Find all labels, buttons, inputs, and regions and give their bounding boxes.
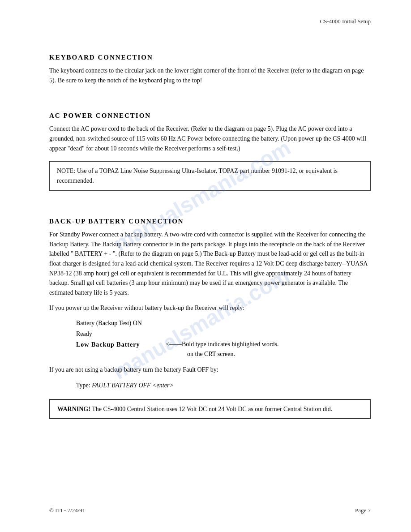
arrow-desc-line2: on the CRT screen. — [166, 349, 279, 359]
para-after-reply: If you are not using a backup battery tu… — [49, 365, 371, 375]
section-backup-battery: BACK-UP BATTERY CONNECTION For Standby P… — [49, 218, 371, 420]
reply-line-1: Battery (Backup Test) ON — [76, 318, 371, 329]
footer-right: Page 7 — [355, 507, 371, 514]
type-label: Type: — [76, 382, 92, 389]
type-command: FAULT BATTERY OFF <enter> — [92, 382, 174, 389]
arrow-desc-line1: <——Bold type indicates highlighted words… — [166, 339, 279, 349]
backup-para-2: If you power up the Receiver without bat… — [49, 303, 371, 313]
arrow-symbol: <—— — [166, 341, 182, 348]
keyboard-para: The keyboard connects to the circular ja… — [49, 66, 371, 85]
footer-left: © ITI - 7/24/91 — [49, 507, 85, 514]
reply-line-3: Low Backup Battery — [76, 339, 152, 350]
ac-power-para: Connect the AC power cord to the back of… — [49, 124, 371, 153]
note-text: NOTE: Use of a TOPAZ Line Noise Suppress… — [57, 167, 338, 184]
arrow-description: <——Bold type indicates highlighted words… — [166, 339, 279, 359]
warning-box: WARNING! The CS-4000 Central Station use… — [49, 399, 371, 420]
keyboard-title: KEYBOARD CONNECTION — [49, 54, 371, 61]
section-keyboard: KEYBOARD CONNECTION The keyboard connect… — [49, 54, 371, 85]
reply-line-2: Ready — [76, 329, 371, 339]
header-label: CS-4000 Initial Setup — [320, 18, 371, 25]
ac-power-title: AC POWER CONNECTION — [49, 112, 371, 120]
reply-arrow-row: Low Backup Battery <——Bold type indicate… — [76, 339, 371, 359]
page: manualsmania.com manualsmania.com CS-400… — [0, 0, 411, 532]
warning-bold: WARNING! — [57, 406, 90, 412]
backup-title: BACK-UP BATTERY CONNECTION — [49, 218, 371, 225]
type-line: Type: FAULT BATTERY OFF <enter> — [76, 380, 371, 391]
backup-para-1: For Standby Power connect a backup batte… — [49, 230, 371, 298]
warning-text: The CS-4000 Central Station uses 12 Volt… — [90, 406, 332, 412]
page-header: CS-4000 Initial Setup — [320, 18, 371, 25]
note-box: NOTE: Use of a TOPAZ Line Noise Suppress… — [49, 161, 371, 190]
section-ac-power: AC POWER CONNECTION Connect the AC power… — [49, 112, 371, 190]
reply-block: Battery (Backup Test) ON Ready Low Backu… — [76, 318, 371, 359]
page-footer: © ITI - 7/24/91 Page 7 — [49, 507, 371, 514]
